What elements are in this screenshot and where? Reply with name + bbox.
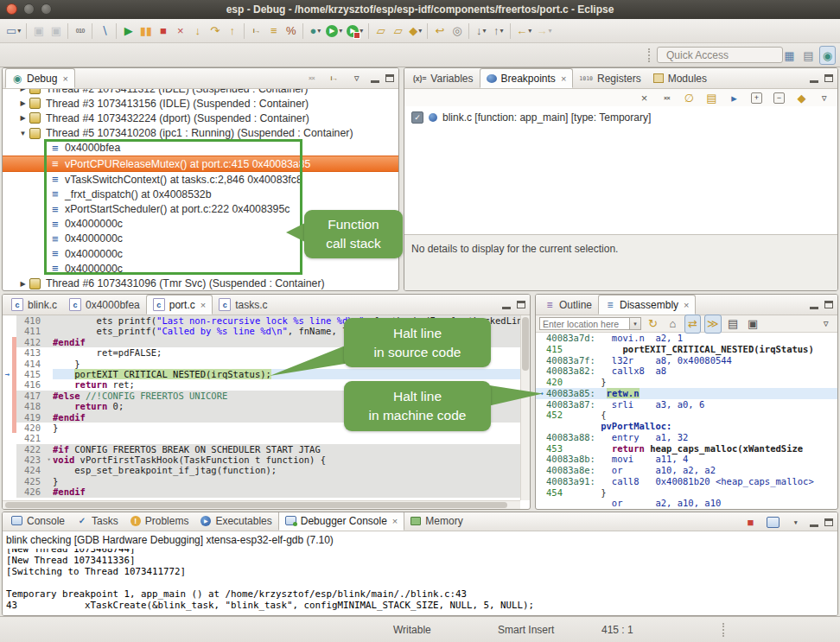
cpp-perspective-button[interactable]: ▤ [800, 46, 817, 65]
show-source-button[interactable]: ≫ [704, 315, 722, 334]
line-number[interactable]: 424 [16, 465, 45, 475]
line-number[interactable]: 426 [16, 486, 45, 497]
stack-frame[interactable]: ≡0x4000000c [3, 261, 398, 276]
terminate-button[interactable]: ■ [155, 22, 171, 41]
tab-disassembly[interactable]: ≡Disassembly× [598, 295, 696, 315]
tab-blink-c[interactable]: cblink.c [5, 295, 63, 315]
thread-row[interactable]: ▶Thread #4 1073432224 (dport) (Suspended… [3, 111, 398, 125]
back-button[interactable]: ←▾ [514, 22, 533, 41]
remove-all-breakpoints-button[interactable]: ×× [659, 88, 675, 107]
close-tab-icon[interactable]: × [200, 300, 206, 310]
build-button[interactable]: 010 [72, 22, 88, 41]
line-number[interactable]: 419 [16, 412, 45, 423]
minimize-view-button[interactable] [371, 73, 379, 83]
dropdown-arrow-icon[interactable]: ▾ [17, 27, 21, 35]
tab-debug[interactable]: ◉Debug× [5, 68, 75, 88]
resume-button[interactable]: ▶ [120, 22, 137, 41]
minimize-view-button[interactable] [810, 300, 818, 309]
expand-arrow-icon[interactable]: ▶ [18, 280, 28, 288]
thread-row[interactable]: ▶Thread #2 1073411312 (IDLE) (Suspended … [3, 89, 398, 96]
line-number[interactable]: 423 [16, 454, 45, 465]
thread-row[interactable]: ▶Thread #6 1073431096 (Tmr Svc) (Suspend… [3, 276, 398, 290]
minimize-view-button[interactable] [502, 300, 511, 309]
thread-row[interactable]: ▶Thread #3 1073413156 (IDLE) (Suspended … [3, 96, 398, 111]
link-with-debug-button[interactable]: ▸ [726, 88, 742, 107]
console-dropdown-button[interactable]: ▾ [787, 513, 804, 532]
disassembly-listing[interactable]: 40083a7d: movi.n a2, 1415 portEXIT_CRITI… [536, 333, 837, 509]
pin-view-button[interactable]: ▣ [745, 315, 761, 334]
dropdown-arrow-icon[interactable]: ▾ [528, 27, 531, 35]
open-element-button[interactable]: ▱ [372, 22, 389, 41]
run-button[interactable]: ▶▾ [324, 22, 344, 41]
maximize-view-button[interactable] [824, 74, 833, 82]
tab-breakpoints[interactable]: Breakpoints× [480, 68, 574, 88]
line-number[interactable]: 422 [16, 444, 45, 454]
maximize-view-button[interactable] [517, 301, 525, 308]
external-tools-button[interactable]: ▶▾ [345, 22, 365, 41]
terminate-console-button[interactable]: ■ [742, 513, 759, 532]
location-input[interactable] [539, 317, 629, 330]
forward-button[interactable]: →▾ [534, 22, 553, 41]
prev-annotation-button[interactable]: ↑▾ [490, 22, 506, 41]
dropdown-arrow-icon[interactable]: ▾ [418, 27, 422, 35]
skip-all-breakpoints-button[interactable]: ∖ [96, 22, 112, 41]
expand-all-button[interactable]: + [748, 88, 765, 107]
expand-arrow-icon[interactable]: ▶ [18, 99, 28, 107]
tab-registers[interactable]: 1010Registers [573, 68, 646, 88]
expand-arrow-icon[interactable]: ▶ [18, 89, 28, 92]
dropdown-arrow-icon[interactable]: ▾ [339, 27, 342, 35]
dropdown-arrow-icon[interactable]: ▾ [500, 27, 504, 35]
close-tab-icon[interactable]: × [392, 516, 398, 526]
next-annotation-button[interactable]: ↓▾ [473, 22, 489, 41]
maximize-view-button[interactable] [824, 301, 833, 308]
breakpoint-checkbox[interactable]: ✓ [411, 111, 423, 124]
profile-button[interactable]: % [283, 22, 299, 41]
collapse-all-button[interactable]: − [771, 88, 787, 107]
line-number[interactable]: 421 [16, 433, 45, 443]
tab-0x4000bfea[interactable]: c0x4000bfea [63, 295, 146, 315]
debug-button[interactable]: ●▾ [307, 22, 323, 41]
show-execution-button[interactable]: ≡ [265, 22, 282, 41]
close-tab-icon[interactable]: × [62, 73, 67, 84]
tab-variables[interactable]: (x)=Variables [407, 68, 480, 88]
close-tab-icon[interactable]: × [561, 73, 566, 84]
window-maximize-button[interactable] [41, 3, 52, 15]
view-menu-button[interactable]: ▽ [348, 69, 365, 88]
stack-frame[interactable]: ≡_frxt_dispatch() at 0x4008532b [3, 187, 398, 201]
sync-with-stack-button[interactable]: ⇄ [684, 315, 701, 334]
collapse-arrow-icon[interactable]: ▼ [18, 130, 28, 137]
line-number[interactable]: 410 [16, 315, 45, 326]
maximize-view-button[interactable] [824, 518, 833, 526]
build-all-button[interactable]: ◎ [449, 22, 465, 41]
line-number[interactable]: 418 [16, 401, 45, 411]
step-over-button[interactable]: ↷ [207, 22, 223, 41]
launch-history-button[interactable]: ◆▾ [407, 22, 423, 41]
open-perspective-button[interactable]: ▦ [781, 46, 798, 65]
tab-port-c[interactable]: cport.c× [146, 295, 213, 315]
tab-modules[interactable]: Modules [647, 68, 713, 88]
home-button[interactable]: ⌂ [665, 315, 681, 334]
minimize-view-button[interactable] [810, 518, 818, 527]
tab-problems[interactable]: !Problems [124, 512, 195, 531]
open-resource-button[interactable]: ▱ [390, 22, 406, 41]
refresh-button[interactable]: ↻ [645, 315, 661, 334]
line-number[interactable]: 412 [16, 337, 45, 347]
close-tab-icon[interactable]: × [684, 300, 689, 310]
remove-all-terminated-button[interactable]: ×× [303, 69, 320, 88]
expand-arrow-icon[interactable]: ▶ [18, 114, 28, 122]
line-number[interactable]: 414 [16, 359, 45, 369]
dropdown-arrow-icon[interactable]: ▾ [548, 27, 551, 35]
minimize-view-button[interactable] [810, 73, 818, 83]
location-combo[interactable]: ▾ [539, 317, 641, 330]
line-number[interactable]: 425 [16, 476, 45, 486]
suspend-button[interactable]: ▮▮ [137, 22, 154, 41]
stack-frame[interactable]: ≡vTaskSwitchContext() at tasks.c:2,846 0… [3, 172, 398, 187]
quick-access-box[interactable]: Quick Access [657, 47, 783, 63]
view-menu-button[interactable]: ▽ [818, 315, 834, 334]
dropdown-arrow-icon[interactable]: ▾ [483, 27, 487, 35]
view-menu-button[interactable]: ▽ [816, 88, 832, 107]
location-dropdown-icon[interactable]: ▾ [629, 317, 641, 330]
show-breakpoints-for-button[interactable]: ∅ [681, 88, 697, 107]
save-button[interactable]: ▣ [30, 22, 47, 41]
maximize-view-button[interactable] [385, 74, 394, 82]
